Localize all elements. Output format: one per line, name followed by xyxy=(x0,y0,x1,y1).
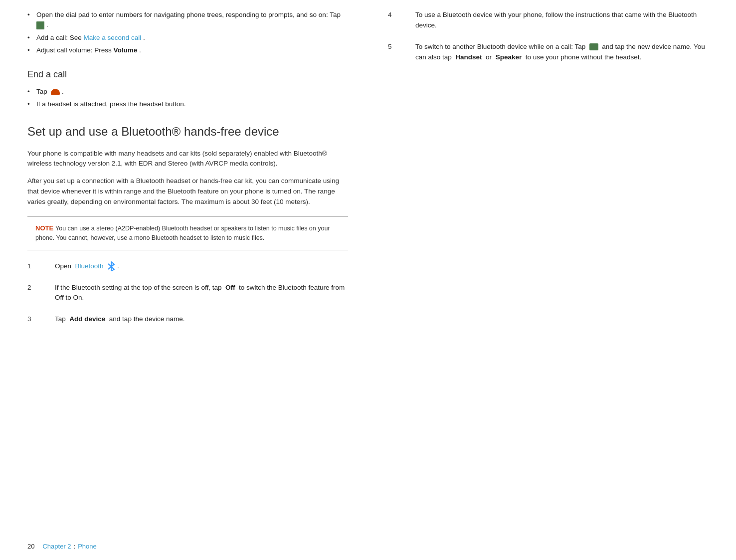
bluetooth-steps-left: 1 Open Bluetooth . 2 I xyxy=(27,261,348,325)
note-label: NOTE xyxy=(35,224,53,232)
make-second-call-link[interactable]: Make a second call xyxy=(84,34,142,41)
page-footer: 20 Chapter 2 : Phone xyxy=(0,543,736,550)
step-4-content: To use a Bluetooth device with your phon… xyxy=(415,10,709,31)
step-1-num: 1 xyxy=(27,261,55,272)
left-column: Open the dial pad to enter numbers for n… xyxy=(0,0,368,560)
step-2: 2 If the Bluetooth setting at the top of… xyxy=(27,283,348,304)
note-box: NOTE You can use a stereo (A2DP-enabled)… xyxy=(27,216,348,250)
bullet-volume: Adjust call volume: Press Volume . xyxy=(27,45,348,55)
right-column: 4 To use a Bluetooth device with your ph… xyxy=(368,0,736,560)
bluetooth-open-link[interactable]: Bluetooth xyxy=(75,262,104,270)
step-4-num: 4 xyxy=(388,10,415,31)
footer-page-number: 20 xyxy=(27,543,34,550)
end-call-tap-suffix: . xyxy=(62,88,64,95)
dialpad-icon xyxy=(36,21,44,29)
note-text: You can use a stereo (A2DP-enabled) Blue… xyxy=(35,225,330,241)
bullet-end-call-tap: Tap . xyxy=(27,87,348,97)
step-5-num: 5 xyxy=(388,42,415,63)
step-4-text: To use a Bluetooth device with your phon… xyxy=(415,11,697,29)
bluetooth-steps-right: 4 To use a Bluetooth device with your ph… xyxy=(388,10,709,63)
step-2-text: If the Bluetooth setting at the top of t… xyxy=(55,284,221,291)
bullet-volume-prefix: Adjust call volume: Press xyxy=(36,46,112,54)
footer-chapter-text: Chapter 2 xyxy=(42,543,71,550)
bullet-dialpad-text-after: . xyxy=(46,21,48,28)
bullet-dialpad: Open the dial pad to enter numbers for n… xyxy=(27,10,348,30)
bullet-volume-suffix: . xyxy=(139,46,141,54)
bullet-second-call-suffix: . xyxy=(143,34,145,41)
step-3-suffix: and tap the device name. xyxy=(109,315,185,323)
step-5-bold-speaker: Speaker xyxy=(496,53,522,61)
intro-bullets: Open the dial pad to enter numbers for n… xyxy=(27,10,348,55)
step-3-num: 3 xyxy=(27,314,55,325)
bullet-headset: If a headset is attached, press the head… xyxy=(27,99,348,109)
step-5-or: or xyxy=(486,53,492,61)
step-3-bold: Add device xyxy=(69,315,105,323)
step-5-bold-handset: Handset xyxy=(455,53,482,61)
end-call-bullets: Tap . If a headset is attached, press th… xyxy=(27,87,348,110)
footer-separator: : xyxy=(74,543,76,550)
step-1-suffix: . xyxy=(117,262,119,270)
step-2-num: 2 xyxy=(27,283,55,304)
step-5-text-before: To switch to another Bluetooth device wh… xyxy=(415,43,585,50)
bullet-second-call-prefix: Add a call: See xyxy=(36,34,82,41)
step-5: 5 To switch to another Bluetooth device … xyxy=(388,42,709,63)
step-1-content: Open Bluetooth . xyxy=(55,261,348,272)
footer-chapter-subject: Phone xyxy=(78,543,97,550)
step-1: 1 Open Bluetooth . xyxy=(27,261,348,272)
step-3-prefix: Tap xyxy=(55,315,66,323)
bullet-dialpad-text-before: Open the dial pad to enter numbers for n… xyxy=(36,11,341,18)
bullet-second-call: Add a call: See Make a second call . xyxy=(27,33,348,43)
page-container: Open the dial pad to enter numbers for n… xyxy=(0,0,736,560)
end-call-heading: End a call xyxy=(27,69,348,80)
bluetooth-icon xyxy=(107,261,115,271)
step-2-bold: Off xyxy=(225,284,235,291)
endcall-icon xyxy=(51,89,60,95)
step-4: 4 To use a Bluetooth device with your ph… xyxy=(388,10,709,31)
step-1-prefix: Open xyxy=(55,262,71,270)
step-5-text-after: to use your phone without the headset. xyxy=(526,53,642,61)
step-3-content: Tap Add device and tap the device name. xyxy=(55,314,348,325)
headset-text: If a headset is attached, press the head… xyxy=(36,100,185,108)
bluetooth-heading: Set up and use a Bluetooth® hands-free d… xyxy=(27,125,348,139)
step-3: 3 Tap Add device and tap the device name… xyxy=(27,314,348,325)
call-manage-icon xyxy=(589,43,598,50)
step-2-content: If the Bluetooth setting at the top of t… xyxy=(55,283,348,304)
end-call-tap-prefix: Tap xyxy=(36,88,47,95)
bluetooth-intro-2: After you set up a connection with a Blu… xyxy=(27,176,348,207)
step-5-content: To switch to another Bluetooth device wh… xyxy=(415,42,709,63)
bluetooth-intro-1: Your phone is compatible with many heads… xyxy=(27,149,348,170)
volume-bold: Volume xyxy=(114,46,138,54)
